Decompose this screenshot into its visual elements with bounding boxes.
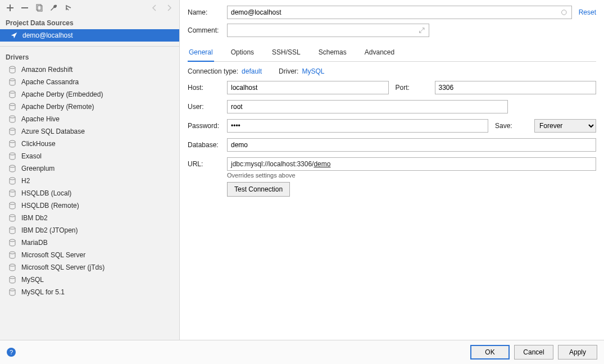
apply-button[interactable]: Apply xyxy=(558,345,597,360)
cancel-button[interactable]: Cancel xyxy=(514,345,553,360)
svg-point-7 xyxy=(10,116,15,118)
conn-type-label: Connection type: xyxy=(188,67,238,75)
tab-options[interactable]: Options xyxy=(230,45,255,61)
driver-item[interactable]: HSQLDB (Remote) xyxy=(0,199,179,212)
database-input[interactable] xyxy=(227,138,596,152)
ok-button[interactable]: OK xyxy=(470,345,510,360)
name-input[interactable] xyxy=(227,6,572,19)
tab-ssh-ssl[interactable]: SSH/SSL xyxy=(271,45,302,61)
expand-icon[interactable] xyxy=(418,26,425,34)
host-field[interactable] xyxy=(231,84,385,92)
driver-label: Amazon Redshift xyxy=(21,66,72,74)
driver-label: Greenplum xyxy=(21,165,55,172)
comment-input[interactable] xyxy=(227,24,429,37)
name-label: Name: xyxy=(188,8,227,16)
svg-point-21 xyxy=(10,289,15,291)
add-icon[interactable] xyxy=(6,3,15,12)
password-field[interactable] xyxy=(231,122,484,130)
host-input[interactable] xyxy=(227,81,389,94)
help-icon[interactable]: ? xyxy=(7,348,16,357)
driver-label: Apache Derby (Remote) xyxy=(21,103,94,111)
tab-schemas[interactable]: Schemas xyxy=(317,45,348,61)
circle-icon xyxy=(560,8,568,16)
sidebar-toolbar xyxy=(0,0,179,16)
driver-item[interactable]: HSQLDB (Local) xyxy=(0,187,179,199)
driver-item[interactable]: Apache Cassandra xyxy=(0,76,179,88)
driver-icon xyxy=(8,251,17,260)
svg-point-19 xyxy=(10,264,15,266)
svg-point-16 xyxy=(10,227,15,229)
port-input[interactable] xyxy=(435,81,597,94)
driver-icon xyxy=(8,226,17,235)
driver-label: MariaDB xyxy=(21,239,48,247)
driver-item[interactable]: IBM Db2 xyxy=(0,212,179,224)
driver-label: Exasol xyxy=(21,152,42,160)
svg-point-3 xyxy=(10,66,15,69)
driver-item[interactable]: Greenplum xyxy=(0,162,179,175)
port-field[interactable] xyxy=(439,84,593,92)
user-input[interactable] xyxy=(227,100,508,113)
url-prefix: jdbc:mysql://localhost:3306/ xyxy=(231,160,314,168)
driver-item[interactable]: Microsoft SQL Server (jTds) xyxy=(0,261,179,274)
driver-icon xyxy=(8,263,17,272)
driver-item[interactable]: Exasol xyxy=(0,150,179,162)
svg-point-9 xyxy=(10,140,15,143)
database-field[interactable] xyxy=(231,141,592,149)
save-select[interactable]: Forever xyxy=(534,119,596,133)
conn-type-value[interactable]: default xyxy=(242,67,262,75)
connection-form: Host: Port: User: Password: Save: Foreve… xyxy=(188,81,596,197)
driver-icon xyxy=(8,90,17,99)
driver-icon xyxy=(8,78,17,87)
driver-item[interactable]: Apache Hive xyxy=(0,113,179,125)
driver-item[interactable]: Azure SQL Database xyxy=(0,125,179,138)
driver-icon xyxy=(8,152,17,161)
data-sources-list: demo@localhost xyxy=(0,29,179,42)
driver-label: HSQLDB (Local) xyxy=(21,189,71,197)
driver-item[interactable]: IBM Db2 (JTOpen) xyxy=(0,224,179,236)
driver-item[interactable]: ClickHouse xyxy=(0,138,179,150)
svg-point-18 xyxy=(10,252,15,254)
wrench-icon[interactable] xyxy=(49,3,58,12)
datasource-icon xyxy=(10,31,18,39)
data-source-item[interactable]: demo@localhost xyxy=(0,29,179,42)
url-input[interactable]: jdbc:mysql://localhost:3306/demo xyxy=(227,157,596,171)
driver-item[interactable]: Amazon Redshift xyxy=(0,63,179,76)
connection-meta: Connection type: default Driver: MySQL xyxy=(188,67,596,75)
driver-icon xyxy=(8,201,17,210)
forward-icon[interactable] xyxy=(165,3,174,12)
copy-icon[interactable] xyxy=(35,3,44,12)
driver-icon xyxy=(8,139,17,148)
test-connection-button[interactable]: Test Connection xyxy=(227,182,290,197)
user-field[interactable] xyxy=(231,103,504,111)
remove-icon[interactable] xyxy=(20,3,29,12)
driver-value[interactable]: MySQL xyxy=(302,67,324,75)
data-source-label: demo@localhost xyxy=(22,31,73,39)
driver-item[interactable]: H2 xyxy=(0,175,179,187)
driver-item[interactable]: MySQL xyxy=(0,274,179,286)
driver-item[interactable]: Microsoft SQL Server xyxy=(0,249,179,261)
driver-icon xyxy=(8,275,17,284)
driver-label: Driver: xyxy=(279,67,298,75)
back-icon[interactable] xyxy=(150,3,159,12)
refresh-icon[interactable] xyxy=(64,3,73,12)
driver-icon xyxy=(8,238,17,247)
tab-general[interactable]: General xyxy=(188,45,214,62)
drivers-heading: Drivers xyxy=(0,50,179,63)
svg-point-17 xyxy=(10,239,15,242)
svg-point-10 xyxy=(10,153,15,155)
driver-label: Apache Derby (Embedded) xyxy=(21,90,103,98)
comment-field[interactable] xyxy=(231,26,418,34)
name-field[interactable] xyxy=(231,8,560,16)
driver-item[interactable]: MariaDB xyxy=(0,236,179,249)
reset-link[interactable]: Reset xyxy=(579,8,596,16)
password-input[interactable] xyxy=(227,119,488,133)
driver-item[interactable]: Apache Derby (Remote) xyxy=(0,101,179,113)
svg-point-20 xyxy=(10,276,15,279)
tab-advanced[interactable]: Advanced xyxy=(364,45,396,61)
driver-item[interactable]: Apache Derby (Embedded) xyxy=(0,88,179,101)
svg-point-12 xyxy=(10,178,15,180)
content-panel: Name: Reset Comment: GeneralOptionsSSH/S… xyxy=(180,0,604,340)
drivers-list: Amazon RedshiftApache CassandraApache De… xyxy=(0,63,179,340)
driver-item[interactable]: MySQL for 5.1 xyxy=(0,286,179,298)
divider xyxy=(0,46,179,47)
